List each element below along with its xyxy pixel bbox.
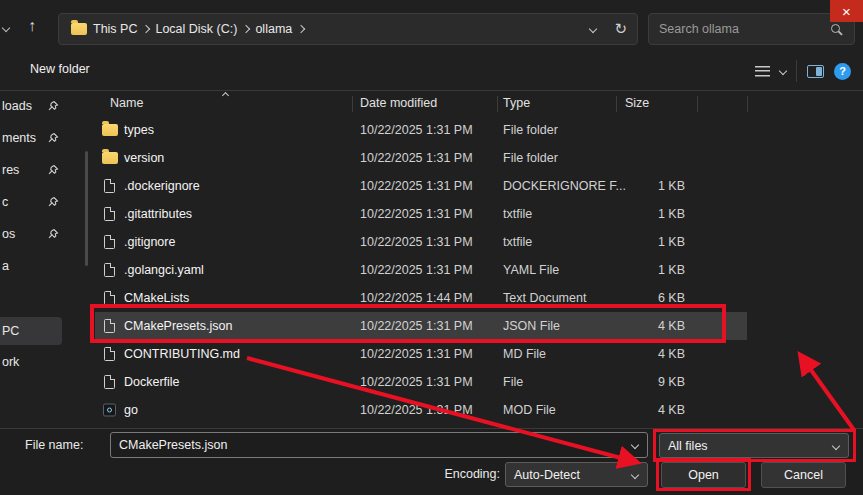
chevron-down-icon[interactable] (832, 442, 840, 450)
column-divider[interactable] (352, 96, 353, 112)
divider (796, 60, 797, 82)
folder-icon (102, 124, 118, 136)
pin-icon (47, 196, 59, 208)
file-date: 10/22/2025 1:31 PM (360, 403, 473, 417)
close-button[interactable]: × (830, 0, 863, 22)
file-size: 1 KB (616, 179, 697, 193)
view-options-icon[interactable] (755, 66, 770, 77)
file-size: 1 KB (616, 235, 697, 249)
file-row-dockerignore[interactable]: .dockerignore 10/22/2025 1:31 PM DOCKERI… (95, 172, 747, 200)
sidebar-item-pictures[interactable]: res (0, 156, 90, 184)
file-type: JSON File (503, 319, 560, 333)
encoding-value: Auto-Detect (514, 468, 580, 482)
breadcrumb-this-pc[interactable]: This PC (87, 22, 143, 36)
file-size: 1 KB (616, 263, 697, 277)
file-icon (104, 375, 115, 389)
pin-icon (47, 164, 59, 176)
sidebar-scrollbar[interactable] (85, 151, 88, 266)
open-button[interactable]: Open (661, 462, 746, 488)
sidebar-item-network[interactable]: ork (0, 348, 90, 376)
file-row-go[interactable]: go 10/22/2025 1:31 PM MOD File 4 KB (95, 396, 747, 424)
address-dropdown-icon[interactable] (589, 25, 597, 33)
file-name-input[interactable] (111, 438, 647, 452)
search-icon[interactable] (831, 24, 842, 35)
file-name: CMakeLists (124, 291, 189, 305)
view-dropdown-icon[interactable] (779, 67, 787, 75)
up-button[interactable]: ↑ (28, 17, 36, 35)
folder-icon (102, 152, 118, 164)
file-type: Text Document (503, 291, 586, 305)
pin-icon (47, 132, 59, 144)
sidebar-item-this-pc[interactable]: PC (0, 317, 62, 345)
file-date: 10/22/2025 1:31 PM (360, 319, 473, 333)
cancel-button[interactable]: Cancel (761, 462, 846, 488)
sidebar-item-label: loads (2, 99, 32, 113)
preview-pane-icon[interactable] (807, 65, 824, 78)
file-size: 1 KB (616, 207, 697, 221)
refresh-icon[interactable]: ↻ (614, 20, 627, 38)
search-input[interactable] (649, 22, 831, 36)
file-name: .gitattributes (124, 207, 192, 221)
annotation-arrow-to-list (801, 356, 854, 430)
file-type: MOD File (503, 403, 556, 417)
file-row-types[interactable]: types 10/22/2025 1:31 PM File folder (95, 116, 747, 144)
address-bar[interactable]: This PC Local Disk (C:) ollama ↻ (58, 13, 638, 45)
new-folder-button[interactable]: New folder (30, 62, 90, 76)
column-header-size[interactable]: Size (625, 96, 649, 110)
file-size: 4 KB (616, 319, 697, 333)
breadcrumb-local-disk[interactable]: Local Disk (C:) (149, 22, 243, 36)
sidebar-item-documents[interactable]: ments (0, 124, 90, 152)
file-type: File (503, 375, 523, 389)
file-type: txtfile (503, 207, 532, 221)
file-name-combobox[interactable] (110, 432, 648, 458)
file-name: go (124, 403, 138, 417)
sort-ascending-icon (222, 92, 229, 99)
column-divider[interactable] (616, 96, 617, 112)
file-row-gitattributes[interactable]: .gitattributes 10/22/2025 1:31 PM txtfil… (95, 200, 747, 228)
sidebar-item-music[interactable]: c (0, 188, 90, 216)
sidebar-item-label: a (2, 259, 9, 273)
file-type: MD File (503, 347, 546, 361)
file-row-gitignore[interactable]: .gitignore 10/22/2025 1:31 PM txtfile 1 … (95, 228, 747, 256)
file-icon (104, 263, 115, 277)
file-row-dockerfile[interactable]: Dockerfile 10/22/2025 1:31 PM File 9 KB (95, 368, 747, 396)
column-divider[interactable] (747, 96, 748, 112)
sidebar-item-ollama[interactable]: a (0, 252, 90, 280)
file-row-cmakepresets-selected[interactable]: CMakePresets.json 10/22/2025 1:31 PM JSO… (95, 312, 747, 340)
history-chevron-icon[interactable] (2, 24, 10, 32)
sidebar-item-videos[interactable]: os (0, 220, 90, 248)
file-icon (104, 291, 115, 305)
file-type: File folder (503, 123, 558, 137)
column-header-type[interactable]: Type (503, 96, 530, 110)
encoding-dropdown[interactable]: Auto-Detect (505, 462, 648, 487)
divider (0, 90, 863, 91)
chevron-down-icon[interactable] (631, 471, 639, 479)
file-row-golangci[interactable]: .golangci.yaml 10/22/2025 1:31 PM YAML F… (95, 256, 747, 284)
sidebar-item-label: PC (2, 324, 19, 338)
column-header-date-modified[interactable]: Date modified (360, 96, 437, 110)
sidebar-item-label: os (2, 227, 15, 241)
sidebar-item-downloads[interactable]: loads (0, 92, 90, 120)
file-name-label: File name: (25, 438, 83, 452)
file-type-dropdown[interactable]: All files (659, 433, 849, 458)
command-bar: New folder ? (0, 52, 863, 90)
chevron-right-icon[interactable] (297, 25, 305, 33)
column-divider[interactable] (697, 96, 698, 112)
file-name: Dockerfile (124, 375, 180, 389)
file-date: 10/22/2025 1:31 PM (360, 347, 473, 361)
column-header-name[interactable]: Name (110, 96, 143, 110)
pin-icon (47, 100, 59, 112)
file-type: DOCKERIGNORE F... (503, 179, 626, 193)
file-type: File folder (503, 151, 558, 165)
file-date: 10/22/2025 1:31 PM (360, 263, 473, 277)
file-name: .dockerignore (124, 179, 200, 193)
help-icon[interactable]: ? (834, 63, 851, 80)
file-row-version[interactable]: version 10/22/2025 1:31 PM File folder (95, 144, 747, 172)
breadcrumb-ollama[interactable]: ollama (249, 22, 298, 36)
file-name: CMakePresets.json (124, 319, 232, 333)
file-row-cmakelists[interactable]: CMakeLists 10/22/2025 1:44 PM Text Docum… (95, 284, 747, 312)
file-date: 10/22/2025 1:31 PM (360, 151, 473, 165)
file-date: 10/22/2025 1:31 PM (360, 207, 473, 221)
column-divider[interactable] (497, 96, 498, 112)
file-row-contributing[interactable]: CONTRIBUTING.md 10/22/2025 1:31 PM MD Fi… (95, 340, 747, 368)
